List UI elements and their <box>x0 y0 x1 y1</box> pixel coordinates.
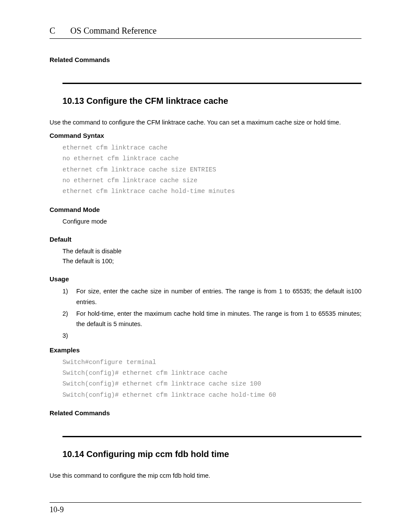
page-header: C OS Command Reference <box>50 26 361 39</box>
usage-text <box>76 330 361 341</box>
usage-num: 2) <box>62 308 71 330</box>
section-divider <box>62 83 361 84</box>
command-syntax-code: ethernet cfm linktrace cache no ethernet… <box>62 143 361 197</box>
command-mode-heading: Command Mode <box>50 206 361 213</box>
section-10-13-title: 10.13 Configure the CFM linktrace cache <box>62 96 361 106</box>
command-syntax-heading: Command Syntax <box>50 132 361 139</box>
examples-code: Switch#configure terminal Switch(config)… <box>62 357 361 401</box>
page-number: 10-9 <box>50 505 64 514</box>
usage-heading: Usage <box>50 275 361 283</box>
section-10-13-intro: Use the command to configure the CFM lin… <box>50 118 361 128</box>
examples-heading: Examples <box>50 346 361 354</box>
usage-item: 3) <box>62 330 361 341</box>
usage-list: 1) For size, enter the cache size in num… <box>62 286 361 341</box>
default-line-2: The default is 100; <box>62 256 361 267</box>
usage-text: For size, enter the cache size in number… <box>76 286 361 307</box>
usage-item: 1) For size, enter the cache size in num… <box>62 286 361 307</box>
related-commands-heading: Related Commands <box>50 409 361 417</box>
page-footer: 10-9 <box>50 502 361 514</box>
default-values: The default is disable The default is 10… <box>62 246 361 267</box>
section-10-14-intro: Use this command to configure the mip cc… <box>50 471 361 481</box>
header-letter: C <box>50 26 55 36</box>
header-title: OS Command Reference <box>70 26 156 36</box>
default-heading: Default <box>50 236 361 243</box>
related-commands-heading-top: Related Commands <box>50 56 361 63</box>
default-line-1: The default is disable <box>62 246 361 257</box>
usage-num: 3) <box>62 330 71 341</box>
usage-num: 1) <box>62 286 71 307</box>
page: C OS Command Reference Related Commands … <box>0 0 411 532</box>
command-mode-value: Configure mode <box>62 217 361 227</box>
section-10-14-title: 10.14 Configuring mip ccm fdb hold time <box>62 449 361 459</box>
section-divider <box>62 436 361 437</box>
usage-item: 2) For hold-time, enter the maximum cach… <box>62 308 361 330</box>
usage-text: For hold-time, enter the maximum cache h… <box>76 308 361 330</box>
